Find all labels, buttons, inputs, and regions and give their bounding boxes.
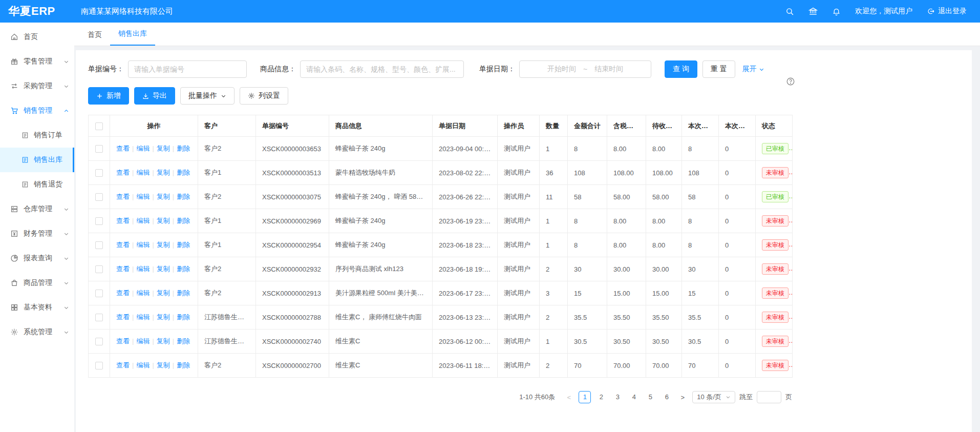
action-link[interactable]: 查看 — [116, 169, 130, 176]
sidebar-item-reports[interactable]: 报表查询 — [0, 246, 74, 271]
tab-home[interactable]: 首页 — [79, 23, 110, 46]
search-icon[interactable] — [785, 7, 794, 16]
chevron-down-icon — [63, 330, 69, 335]
action-link[interactable]: 查看 — [116, 265, 130, 273]
action-link[interactable]: 编辑 — [136, 169, 150, 176]
action-link[interactable]: 复制 — [157, 361, 170, 369]
prev-page-button[interactable]: < — [563, 394, 574, 401]
bill-no-input[interactable] — [128, 60, 247, 78]
cell-amount: 70 — [568, 354, 607, 378]
action-link[interactable]: 复制 — [157, 241, 170, 249]
row-checkbox[interactable] — [95, 145, 103, 153]
action-link[interactable]: 复制 — [157, 313, 170, 321]
action-link[interactable]: 删除 — [177, 193, 190, 200]
action-link[interactable]: 编辑 — [136, 313, 150, 321]
bank-icon[interactable] — [808, 7, 818, 16]
action-link[interactable]: 查看 — [116, 193, 130, 200]
action-link[interactable]: 查看 — [116, 145, 130, 152]
page-button-2[interactable]: 2 — [595, 391, 607, 403]
action-link[interactable]: 编辑 — [136, 241, 150, 249]
page-button-6[interactable]: 6 — [661, 391, 673, 403]
action-link[interactable]: 查看 — [116, 361, 130, 369]
action-link[interactable]: 编辑 — [136, 217, 150, 224]
action-link[interactable]: 删除 — [177, 313, 190, 321]
help-icon[interactable] — [786, 77, 795, 88]
reset-button[interactable]: 重 置 — [702, 60, 735, 78]
action-link[interactable]: 删除 — [177, 217, 190, 224]
sidebar-item-system[interactable]: 系统管理 — [0, 320, 74, 344]
row-checkbox[interactable] — [95, 290, 103, 297]
row-checkbox[interactable] — [95, 362, 103, 369]
row-checkbox[interactable] — [95, 193, 103, 201]
action-link[interactable]: 查看 — [116, 217, 130, 224]
sidebar-item-goods[interactable]: 商品管理 — [0, 271, 74, 295]
page-button-3[interactable]: 3 — [611, 391, 624, 403]
sidebar-item-sales-outbound[interactable]: 销售出库 — [0, 148, 74, 172]
bag-icon — [10, 279, 18, 287]
cell-qty: 1 — [540, 137, 568, 161]
action-link[interactable]: 查看 — [116, 313, 130, 321]
action-link[interactable]: 编辑 — [136, 337, 150, 345]
search-button[interactable]: 查 询 — [665, 60, 697, 78]
action-link[interactable]: 编辑 — [136, 193, 150, 200]
action-link[interactable]: 删除 — [177, 169, 190, 176]
next-page-button[interactable]: > — [677, 394, 688, 401]
action-link[interactable]: 编辑 — [136, 145, 150, 152]
expand-link[interactable]: 展开 — [742, 65, 764, 74]
page-button-4[interactable]: 4 — [628, 391, 640, 403]
action-link[interactable]: 删除 — [177, 241, 190, 249]
sidebar-item-basic-data[interactable]: 基本资料 — [0, 295, 74, 320]
sidebar-item-purchase[interactable]: 采购管理 — [0, 74, 74, 98]
page-button-5[interactable]: 5 — [644, 391, 656, 403]
sidebar-item-sales-return[interactable]: 销售退货 — [0, 172, 74, 197]
export-button[interactable]: 导出 — [134, 87, 175, 105]
sidebar-item-finance[interactable]: 财务管理 — [0, 221, 74, 246]
bell-icon[interactable] — [832, 7, 841, 16]
action-link[interactable]: 编辑 — [136, 265, 150, 273]
action-link[interactable]: 删除 — [177, 289, 190, 297]
sidebar-item-retail[interactable]: 零售管理 — [0, 49, 74, 74]
action-link[interactable]: 复制 — [157, 265, 170, 273]
sidebar-item-label: 销售出库 — [34, 155, 62, 164]
doc-icon — [22, 181, 29, 188]
tab-sales-outbound[interactable]: 销售出库 — [110, 23, 155, 46]
page-size-select[interactable]: 10 条/页 — [692, 391, 735, 403]
column-settings-button[interactable]: 列设置 — [240, 87, 288, 105]
sidebar-item-sales[interactable]: 销售管理 — [0, 98, 74, 123]
material-input[interactable] — [300, 60, 464, 78]
action-link[interactable]: 复制 — [157, 337, 170, 345]
date-range-input[interactable]: 开始时间 ~ 结束时间 — [519, 60, 651, 78]
logout-button[interactable]: 退出登录 — [927, 7, 967, 16]
action-link[interactable]: 查看 — [116, 289, 130, 297]
select-all-checkbox[interactable] — [95, 122, 103, 130]
sidebar-item-warehouse[interactable]: 仓库管理 — [0, 197, 74, 221]
cell-bill_no: XSCK00000002932 — [256, 257, 329, 281]
action-link[interactable]: 查看 — [116, 337, 130, 345]
action-link[interactable]: 复制 — [157, 169, 170, 176]
action-link[interactable]: 编辑 — [136, 289, 150, 297]
action-link[interactable]: 删除 — [177, 265, 190, 273]
action-link[interactable]: 删除 — [177, 145, 190, 152]
action-link[interactable]: 删除 — [177, 361, 190, 369]
row-checkbox[interactable] — [95, 241, 103, 249]
action-link[interactable]: 复制 — [157, 289, 170, 297]
action-link[interactable]: 删除 — [177, 337, 190, 345]
action-link[interactable]: 复制 — [157, 193, 170, 200]
row-checkbox[interactable] — [95, 338, 103, 345]
sidebar-item-sales-order[interactable]: 销售订单 — [0, 123, 74, 148]
action-link[interactable]: 复制 — [157, 217, 170, 224]
row-checkbox[interactable] — [95, 314, 103, 321]
page-button-1[interactable]: 1 — [579, 391, 591, 403]
row-checkbox[interactable] — [95, 169, 103, 177]
row-checkbox[interactable] — [95, 217, 103, 225]
batch-actions-button[interactable]: 批量操作 — [180, 87, 235, 105]
action-link[interactable]: 查看 — [116, 241, 130, 249]
cell-status: 已审核 — [756, 137, 793, 161]
cell-status: 未审核 — [756, 161, 793, 185]
row-checkbox[interactable] — [95, 265, 103, 273]
action-link[interactable]: 复制 — [157, 145, 170, 152]
sidebar-item-home[interactable]: 首页 — [0, 25, 74, 49]
jump-page-input[interactable] — [757, 391, 781, 403]
add-button[interactable]: 新增 — [88, 87, 129, 105]
action-link[interactable]: 编辑 — [136, 361, 150, 369]
